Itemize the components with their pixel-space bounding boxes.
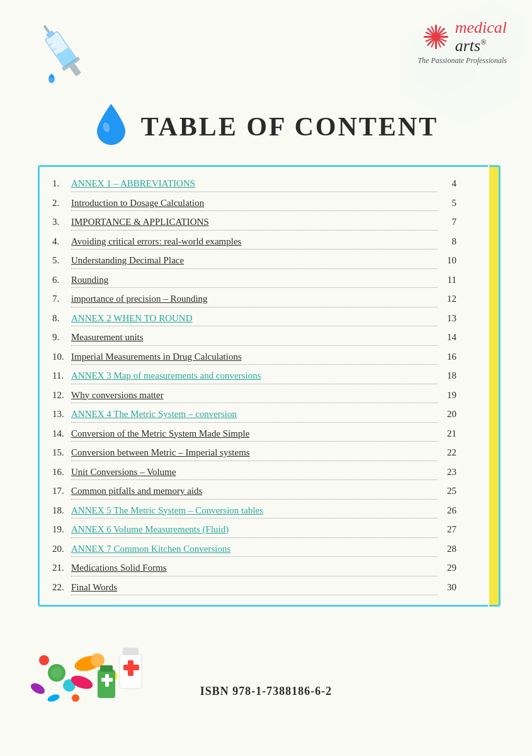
toc-item[interactable]: 14.Conversion of the Metric System Made … bbox=[40, 425, 488, 444]
header: medical arts® The Passionate Professiona… bbox=[25, 13, 507, 94]
toc-right-accent bbox=[489, 165, 501, 607]
toc-item-page: 27 bbox=[438, 522, 456, 537]
logo-arts: arts® bbox=[455, 37, 507, 55]
toc-item-title: Medications Solid Forms bbox=[71, 561, 438, 576]
toc-item-title: Imperial Measurements in Drug Calculatio… bbox=[71, 350, 438, 365]
toc-item[interactable]: 19.ANNEX 6 Volume Measurements (Fluid)27 bbox=[40, 520, 488, 540]
toc-item[interactable]: 9.Measurement units14 bbox=[40, 328, 488, 348]
toc-item-page: 25 bbox=[438, 484, 456, 498]
syringe-illustration bbox=[25, 13, 126, 94]
page: medical arts® The Passionate Professiona… bbox=[0, 0, 532, 756]
toc-item-number: 6. bbox=[52, 273, 71, 287]
toc-item[interactable]: 18.ANNEX 5 The Metric System – Conversio… bbox=[40, 501, 488, 521]
toc-item[interactable]: 15.Conversion between Metric – Imperial … bbox=[40, 444, 488, 463]
toc-item[interactable]: 22.Final Words30 bbox=[40, 578, 488, 598]
toc-item-page: 5 bbox=[438, 196, 456, 210]
toc-item-title: Common pitfalls and memory aids bbox=[71, 484, 438, 500]
toc-item-number: 18. bbox=[52, 503, 71, 518]
syringe-icon bbox=[25, 13, 113, 88]
toc-item[interactable]: 21.Medications Solid Forms29 bbox=[40, 559, 488, 578]
toc-item-page: 4 bbox=[438, 176, 456, 191]
toc-box: 1.ANNEX 1 – ABBREVIATIONS42.Introduction… bbox=[38, 165, 488, 607]
toc-item-page: 16 bbox=[438, 350, 456, 364]
toc-item-page: 13 bbox=[438, 311, 456, 326]
toc-item-number: 21. bbox=[52, 561, 71, 575]
toc-item-page: 21 bbox=[438, 427, 456, 441]
pills-illustration bbox=[25, 616, 151, 704]
toc-item-number: 8. bbox=[52, 311, 71, 326]
toc-item[interactable]: 1.ANNEX 1 – ABBREVIATIONS4 bbox=[40, 175, 488, 194]
isbn-text: ISBN 978-1-7388186-6-2 bbox=[151, 685, 381, 698]
toc-item[interactable]: 10.Imperial Measurements in Drug Calcula… bbox=[40, 348, 488, 367]
toc-item-number: 12. bbox=[52, 388, 71, 403]
toc-item-number: 1. bbox=[52, 176, 71, 191]
toc-item[interactable]: 5.Understanding Decimal Place10 bbox=[40, 251, 488, 271]
toc-item-title: ANNEX 5 The Metric System – Conversion t… bbox=[71, 503, 438, 519]
svg-rect-35 bbox=[123, 648, 139, 655]
page-title: TABLE OF CONTENT bbox=[141, 112, 439, 142]
toc-item[interactable]: 2.Introduction to Dosage Calculation5 bbox=[40, 194, 488, 214]
toc-item-number: 4. bbox=[52, 234, 71, 249]
toc-item-number: 13. bbox=[52, 407, 71, 421]
toc-item-title: Understanding Decimal Place bbox=[71, 253, 438, 269]
logo-brand: medical arts® bbox=[422, 19, 507, 55]
toc-item[interactable]: 8.ANNEX 2 WHEN TO ROUND13 bbox=[40, 309, 488, 329]
toc-item-number: 14. bbox=[52, 427, 71, 441]
toc-item-number: 22. bbox=[52, 580, 71, 595]
toc-item-title: Introduction to Dosage Calculation bbox=[71, 196, 438, 212]
toc-item[interactable]: 11.ANNEX 3 Map of measurements and conve… bbox=[40, 367, 488, 386]
svg-rect-39 bbox=[100, 665, 113, 672]
toc-item-number: 7. bbox=[52, 292, 71, 306]
toc-item-number: 16. bbox=[52, 465, 71, 479]
toc-item-title: ANNEX 3 Map of measurements and conversi… bbox=[71, 369, 438, 384]
toc-item-number: 10. bbox=[52, 350, 71, 364]
toc-item-number: 11. bbox=[52, 369, 71, 383]
toc-item[interactable]: 6.Rounding11 bbox=[40, 271, 488, 290]
pills-svg bbox=[25, 616, 151, 704]
toc-item-page: 23 bbox=[438, 465, 456, 479]
toc-item-number: 20. bbox=[52, 542, 71, 556]
svg-point-42 bbox=[29, 681, 47, 696]
toc-item[interactable]: 13.ANNEX 4 The Metric System – conversio… bbox=[40, 405, 488, 425]
water-drop-icon bbox=[94, 101, 128, 152]
title-area: TABLE OF CONTENT bbox=[25, 101, 507, 152]
toc-item-title: ANNEX 6 Volume Measurements (Fluid) bbox=[71, 522, 438, 538]
toc-item-title: ANNEX 7 Common Kitchen Conversions bbox=[71, 542, 438, 558]
svg-rect-37 bbox=[123, 665, 139, 670]
toc-item[interactable]: 20.ANNEX 7 Common Kitchen Conversions28 bbox=[40, 540, 488, 559]
toc-item-number: 3. bbox=[52, 215, 71, 229]
toc-item-title: Unit Conversions – Volume bbox=[71, 465, 438, 481]
toc-item-title: ANNEX 4 The Metric System – conversion bbox=[71, 407, 438, 423]
toc-item[interactable]: 7.importance of precision – Rounding12 bbox=[40, 290, 488, 309]
toc-item-number: 9. bbox=[52, 330, 71, 345]
toc-item[interactable]: 4.Avoiding critical errors: real-world e… bbox=[40, 232, 488, 252]
toc-item-page: 12 bbox=[438, 292, 456, 306]
toc-item-page: 19 bbox=[438, 388, 456, 403]
toc-item-number: 2. bbox=[52, 196, 71, 210]
toc-item[interactable]: 3.IMPORTANCE & APPLICATIONS7 bbox=[40, 213, 488, 232]
toc-item-page: 29 bbox=[438, 561, 456, 575]
toc-item-title: Rounding bbox=[71, 273, 438, 289]
svg-point-30 bbox=[39, 655, 49, 665]
toc-item-page: 20 bbox=[438, 407, 456, 421]
toc-item-page: 8 bbox=[438, 234, 456, 249]
toc-item-number: 5. bbox=[52, 253, 71, 268]
isbn-area: ISBN 978-1-7388186-6-2 bbox=[151, 685, 381, 704]
logo-tagline: The Passionate Professionals bbox=[417, 56, 507, 66]
toc-item-page: 28 bbox=[438, 542, 456, 556]
toc-item-title: Measurement units bbox=[71, 330, 438, 346]
toc-item-title: importance of precision – Rounding bbox=[71, 292, 438, 307]
toc-item-page: 10 bbox=[438, 253, 456, 268]
svg-point-27 bbox=[51, 667, 62, 679]
toc-item[interactable]: 17.Common pitfalls and memory aids25 bbox=[40, 482, 488, 501]
footer: ISBN 978-1-7388186-6-2 bbox=[25, 616, 507, 704]
toc-item-title: Conversion of the Metric System Made Sim… bbox=[71, 427, 438, 442]
toc-item-title: Conversion between Metric – Imperial sys… bbox=[71, 445, 438, 461]
toc-item[interactable]: 16.Unit Conversions – Volume23 bbox=[40, 463, 488, 483]
toc-item-page: 18 bbox=[438, 369, 456, 383]
drop-svg bbox=[94, 101, 128, 145]
toc-item[interactable]: 12.Why conversions matter19 bbox=[40, 386, 488, 406]
logo-medical: medical bbox=[455, 18, 507, 37]
svg-point-44 bbox=[47, 693, 60, 703]
toc-item-page: 30 bbox=[438, 580, 456, 595]
